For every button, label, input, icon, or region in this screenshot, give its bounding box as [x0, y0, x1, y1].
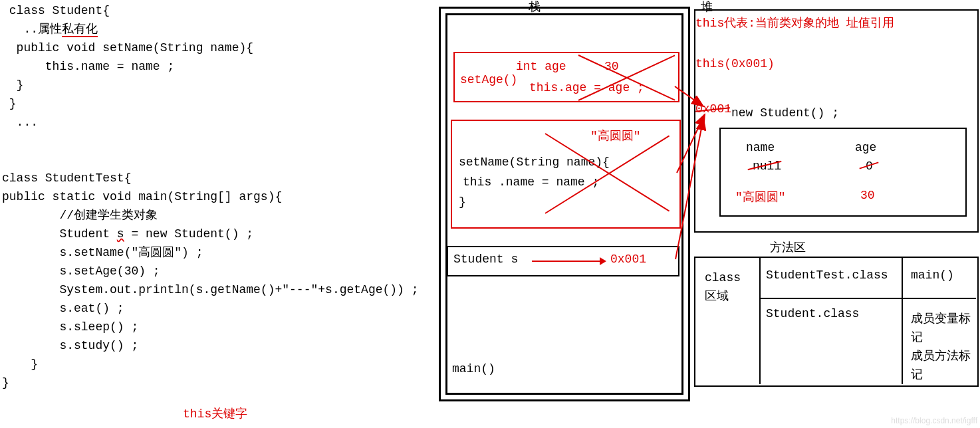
setage-assign: this.age = age ; — [529, 81, 644, 94]
obj-age-label: age — [855, 141, 876, 154]
method-area-title: 方法区 — [770, 239, 806, 255]
code-line: public void setName(String name){ — [2, 41, 253, 54]
code-line: s.study() ; — [2, 339, 138, 352]
heap-this-addr: this(0x001) — [695, 57, 775, 70]
setage-label: setAge() — [460, 73, 517, 86]
watermark: https://blog.csdn.net/igfff — [891, 416, 977, 425]
studenttest-class: StudentTest.class — [766, 268, 888, 282]
student-class: Student.class — [766, 307, 859, 320]
setage-frame: setAge() int age 30 this.age = age ; — [453, 52, 679, 102]
obj-gyy-value: "高圆圆" — [735, 189, 786, 205]
code-line: this.name = name ; — [2, 60, 174, 73]
class-region-label: class 区域 — [705, 268, 741, 306]
arrow-icon — [532, 261, 605, 262]
code-line: class StudentTest{ — [2, 171, 131, 185]
member-markers: 成员变量标 记 成员方法标 记 — [911, 310, 971, 384]
code-line: s.eat() ; — [2, 302, 124, 315]
code-line: System.out.println(s.getName()+"---"+s.g… — [2, 283, 419, 296]
code-line: s.sleep() ; — [2, 320, 138, 334]
divider — [759, 298, 976, 299]
code-line: Student s = new Student() ; — [2, 227, 253, 241]
heap-new-statement: new Student() ; — [731, 106, 839, 120]
student-s-addr: 0x001 — [610, 253, 646, 266]
divider — [759, 257, 761, 384]
setname-gyy: "高圆圆" — [590, 128, 641, 144]
setname-line: setName(String name){ — [459, 156, 610, 169]
main-label: main() — [452, 362, 495, 375]
code-line: } — [2, 358, 38, 371]
code-line: ..属性私有化 — [2, 23, 98, 37]
method-area-main: main() — [911, 268, 954, 282]
code-line: public static void main(String[] args){ — [2, 190, 282, 203]
code-line: s.setAge(30) ; — [2, 265, 160, 278]
this-keyword-label: this关键字 — [183, 405, 247, 421]
code-line: } — [2, 376, 9, 389]
code-line: class Student{ — [2, 4, 110, 17]
code-line: } — [2, 97, 17, 110]
obj-name-label: name — [746, 141, 775, 154]
setname-frame: "高圆圆" setName(String name){ this .name =… — [451, 120, 681, 229]
divider — [902, 257, 903, 384]
obj-thirty-value: 30 — [860, 189, 875, 202]
code-line: //创建学生类对象 — [2, 209, 158, 222]
setname-line: this .name = name ; — [463, 175, 599, 189]
code-line: } — [2, 78, 23, 92]
heap-description: this代表:当前类对象的地 址值引用 — [695, 15, 894, 31]
object-box: name age null 0 "高圆圆" 30 — [719, 128, 967, 217]
setage-var: int age — [516, 60, 566, 73]
code-line: s.setName("高圆圆") ; — [2, 246, 203, 259]
code-line: ... — [2, 116, 38, 129]
code-block: class Student{ ..属性私有化 public void setNa… — [2, 1, 428, 392]
student-s-text: Student s — [453, 253, 518, 266]
setname-line: } — [459, 195, 466, 209]
